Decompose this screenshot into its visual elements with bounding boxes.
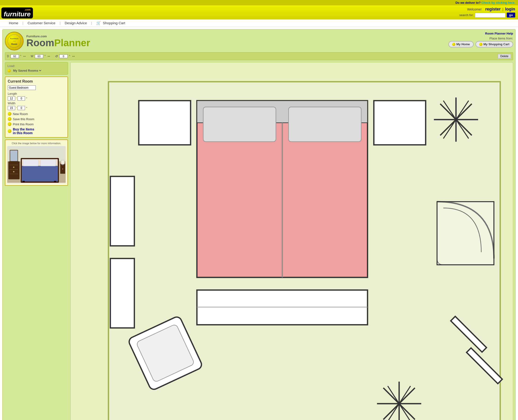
svg-rect-23 bbox=[61, 160, 64, 164]
svg-point-11 bbox=[13, 167, 15, 168]
place-items-label: Place Items from: bbox=[448, 37, 513, 40]
search-input[interactable] bbox=[475, 13, 505, 17]
room-planner-container: Furniture .com Room Furniture.com RoomPl… bbox=[2, 29, 516, 420]
controls-toolbar: D " ↔ W " ↔ ↺ ° ↔ Delete bbox=[5, 52, 513, 60]
product-hint: Click the image below for more informati… bbox=[7, 142, 66, 145]
my-home-label: My Home bbox=[456, 43, 470, 46]
product-image[interactable] bbox=[7, 146, 66, 183]
svg-text:Room: Room bbox=[11, 43, 17, 45]
header: .com furniture Welcome! register | login… bbox=[0, 5, 518, 19]
width-ft-input[interactable] bbox=[8, 106, 15, 110]
save-room-action[interactable]: Save this Room bbox=[8, 117, 65, 121]
width-ft-unit: ' bbox=[16, 106, 16, 110]
delete-button[interactable]: Delete bbox=[498, 54, 511, 59]
rotate-icon[interactable]: ↺ bbox=[55, 54, 58, 58]
furniture-logo[interactable]: furniture bbox=[4, 11, 31, 17]
current-room-title: Current Room bbox=[8, 79, 65, 83]
print-room-action[interactable]: Print this Room bbox=[8, 122, 65, 126]
length-in-input[interactable] bbox=[17, 96, 25, 101]
svg-rect-20 bbox=[54, 181, 56, 183]
rotate-unit: ° bbox=[69, 55, 70, 58]
my-cart-dot bbox=[479, 43, 482, 46]
svg-text:.com: .com bbox=[13, 40, 16, 42]
planner-right: Room Planner Help Place Items from: My H… bbox=[448, 32, 513, 47]
nav-item-customer-service[interactable]: Customer Service bbox=[23, 21, 60, 25]
width-in-input[interactable] bbox=[17, 106, 25, 110]
my-home-button[interactable]: My Home bbox=[448, 41, 474, 47]
search-row: search for: go bbox=[459, 13, 515, 19]
svg-rect-24 bbox=[62, 164, 63, 165]
nav-item-home[interactable]: Home bbox=[5, 21, 23, 25]
my-cart-label: My Shopping Cart bbox=[483, 43, 509, 46]
register-link[interactable]: register bbox=[485, 7, 501, 11]
w-label: W bbox=[31, 55, 33, 58]
header-top: .com furniture Welcome! register | login… bbox=[0, 5, 518, 19]
login-link[interactable]: login bbox=[505, 7, 515, 11]
current-room-panel: Current Room Length ' " Wid bbox=[5, 76, 68, 138]
width-in-unit: " bbox=[26, 106, 27, 110]
welcome-line: Welcome! register | login bbox=[459, 7, 515, 12]
svg-rect-19 bbox=[23, 181, 25, 183]
planner-logo: Furniture .com Room Furniture.com RoomPl… bbox=[5, 32, 90, 50]
svg-rect-13 bbox=[10, 150, 18, 161]
svg-rect-29 bbox=[203, 107, 276, 142]
go-button[interactable]: go bbox=[507, 13, 515, 17]
left-panel: Load: My Saved Rooms Current Room Leng bbox=[5, 62, 68, 420]
w-arrow-icon: ↔ bbox=[47, 54, 51, 58]
width-inputs: ' " bbox=[8, 106, 65, 110]
my-shopping-cart-button[interactable]: My Shopping Cart bbox=[475, 41, 513, 47]
cart-icon: 🛒 bbox=[96, 21, 101, 25]
print-room-dot bbox=[8, 122, 11, 126]
circle-logo-svg: Furniture .com Room bbox=[7, 34, 21, 48]
product-image-panel: Click the image below for more informati… bbox=[5, 140, 68, 186]
delivery-bar: Do we deliver to? Check by clicking here… bbox=[0, 0, 518, 5]
delivery-link[interactable]: Check by clicking here. bbox=[481, 1, 515, 4]
nav-item-design-advice[interactable]: Design Advice bbox=[61, 21, 91, 25]
search-label: search for: bbox=[459, 13, 474, 17]
planner-title-area: Furniture.com RoomPlanner bbox=[26, 35, 90, 48]
new-room-action[interactable]: New Room bbox=[8, 112, 65, 116]
d-unit: " bbox=[20, 55, 21, 58]
svg-rect-41 bbox=[437, 202, 494, 265]
svg-point-12 bbox=[13, 171, 15, 172]
rotate-input[interactable] bbox=[59, 54, 68, 58]
svg-rect-18 bbox=[40, 160, 56, 166]
svg-point-22 bbox=[62, 168, 63, 169]
room-name-input[interactable] bbox=[8, 85, 36, 90]
save-room-label: Save this Room bbox=[13, 117, 34, 121]
nav-item-shopping-cart[interactable]: 🛒 Shopping Cart bbox=[92, 21, 129, 25]
buy-items-dot bbox=[8, 129, 11, 133]
svg-rect-31 bbox=[139, 101, 191, 145]
length-in-unit: " bbox=[26, 97, 27, 100]
length-label: Length bbox=[8, 92, 17, 95]
planner-room-word: Room bbox=[26, 37, 54, 48]
length-inputs: ' " bbox=[8, 96, 65, 101]
room-canvas[interactable] bbox=[70, 62, 513, 420]
delivery-question: Do we deliver to? bbox=[456, 1, 481, 4]
load-dropdown: My Saved Rooms bbox=[8, 69, 65, 73]
room-planner-help-link[interactable]: Room Planner Help bbox=[448, 32, 513, 35]
length-ft-input[interactable] bbox=[8, 96, 15, 101]
main-content: Furniture .com Room Furniture.com RoomPl… bbox=[0, 27, 518, 420]
my-home-dot bbox=[452, 43, 456, 46]
bed-image-svg bbox=[7, 146, 66, 183]
planner-main-row: Load: My Saved Rooms Current Room Leng bbox=[5, 62, 513, 420]
svg-rect-40 bbox=[110, 259, 134, 328]
svg-rect-10 bbox=[10, 174, 18, 174]
svg-rect-30 bbox=[288, 107, 361, 142]
planner-title: RoomPlanner bbox=[26, 38, 90, 48]
welcome-text: Welcome! bbox=[467, 8, 482, 11]
nav-cart-label: Shopping Cart bbox=[103, 21, 125, 25]
svg-rect-16 bbox=[22, 166, 58, 181]
length-row: Length bbox=[8, 92, 65, 95]
logo-area: .com furniture bbox=[1, 8, 34, 18]
width-row: Width bbox=[8, 102, 65, 105]
svg-rect-7 bbox=[8, 161, 20, 180]
buy-items-label: Buy the Itemsin this Room bbox=[13, 128, 34, 135]
header-right: Welcome! register | login search for: go bbox=[459, 7, 515, 19]
w-input[interactable] bbox=[35, 54, 43, 58]
d-input[interactable] bbox=[10, 54, 19, 58]
d-arrow-icon: ↔ bbox=[23, 54, 26, 58]
buy-items-action[interactable]: Buy the Itemsin this Room bbox=[8, 128, 65, 135]
load-select[interactable]: My Saved Rooms bbox=[12, 69, 42, 73]
